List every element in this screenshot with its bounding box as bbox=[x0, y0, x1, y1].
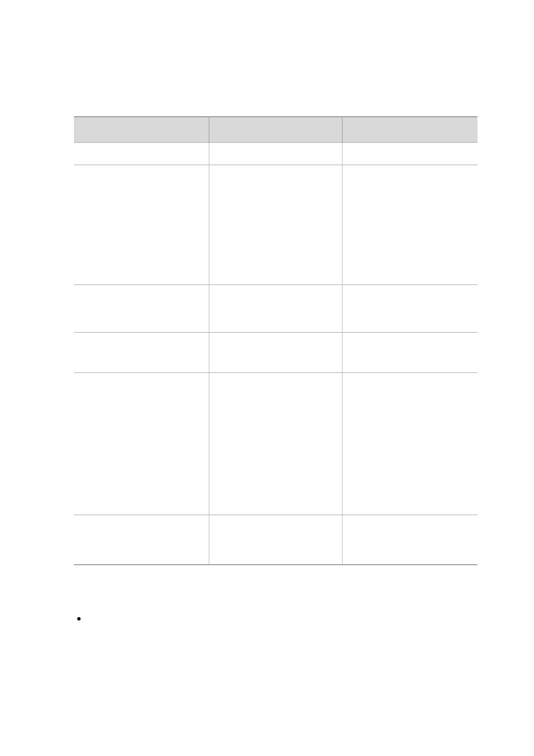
cell bbox=[342, 515, 477, 565]
content-table bbox=[74, 116, 477, 565]
column-header-2 bbox=[209, 117, 343, 143]
cell bbox=[74, 165, 209, 285]
table-row bbox=[74, 515, 477, 565]
column-header-3 bbox=[342, 117, 477, 143]
cell bbox=[74, 143, 209, 165]
cell bbox=[209, 373, 343, 515]
cell bbox=[74, 373, 209, 515]
cell bbox=[342, 165, 477, 285]
cell bbox=[209, 515, 343, 565]
table-row bbox=[74, 285, 477, 333]
cell bbox=[342, 285, 477, 333]
column-header-1 bbox=[74, 117, 209, 143]
cell bbox=[209, 333, 343, 373]
cell bbox=[209, 165, 343, 285]
cell bbox=[342, 373, 477, 515]
cell bbox=[209, 143, 343, 165]
table-row bbox=[74, 143, 477, 165]
table-row bbox=[74, 333, 477, 373]
cell bbox=[74, 333, 209, 373]
cell bbox=[342, 333, 477, 373]
bullet-point-icon bbox=[77, 617, 81, 620]
cell bbox=[74, 285, 209, 333]
cell bbox=[209, 285, 343, 333]
table-row bbox=[74, 165, 477, 285]
table-header-row bbox=[74, 117, 477, 143]
cell bbox=[342, 143, 477, 165]
cell bbox=[74, 515, 209, 565]
data-table bbox=[74, 116, 477, 565]
table-row bbox=[74, 373, 477, 515]
